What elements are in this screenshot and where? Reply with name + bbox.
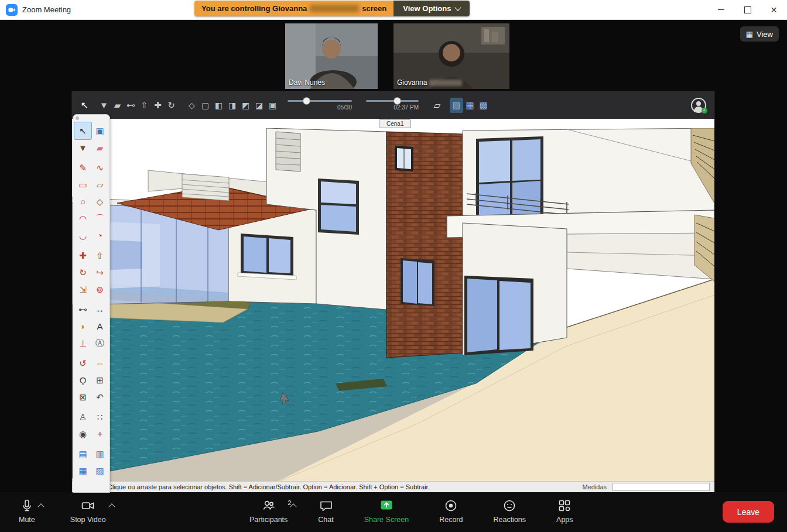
paint-bucket-icon[interactable]: ▼: [97, 98, 111, 113]
pan-tool[interactable]: ⇔: [91, 355, 108, 372]
participants-icon: [261, 498, 276, 513]
scene-tab-cena1[interactable]: Cena1: [379, 119, 411, 128]
back-view-icon[interactable]: ◩: [239, 98, 252, 113]
x-ray-style-icon[interactable]: ▧: [450, 98, 463, 113]
zoom-logo-icon: [6, 4, 18, 16]
maximize-button[interactable]: [734, 0, 761, 19]
large-tool-set-palette: ↖▣▼▰✎∿▭▱○◇◠⌒◡◔✚⇧↻↪⇲⊚⊷↔◗A⊥Ⓐ↺⇔Ϙ⊞⊠↶♙∷◉＋▤▥▦▨: [73, 114, 110, 493]
move-tool[interactable]: ✚: [74, 247, 91, 264]
display-section-cuts-tool[interactable]: ▦: [74, 462, 91, 479]
record-label: Record: [439, 516, 463, 524]
meeting-stage: Davi Nunes Giovanna ▦ View ↖ ▼▰⊷⇧✚↻ ◇▢◧◨…: [0, 19, 787, 492]
shared-screen-sketchup: ↖ ▼▰⊷⇧✚↻ ◇▢◧◨◩◪▣ 05/30 02:37 PM ▱ ▧▦▩ ✓ …: [72, 91, 714, 492]
tape-measure-tool[interactable]: ⊷: [74, 301, 91, 318]
zoom-window-tool[interactable]: ⊞: [91, 372, 108, 389]
section-plane-tool[interactable]: ▤: [74, 445, 91, 462]
display-section-planes-tool[interactable]: ▥: [91, 445, 108, 462]
make-component-tool[interactable]: ▣: [91, 122, 108, 139]
select-tool[interactable]: ↖: [74, 122, 91, 139]
zoom-tool[interactable]: Ϙ: [74, 372, 91, 389]
push-pull-tool[interactable]: ⇧: [91, 247, 108, 264]
dimension-tool[interactable]: ↔: [91, 301, 108, 318]
move-icon[interactable]: ✚: [151, 98, 165, 113]
mute-options-chevron[interactable]: [37, 503, 44, 510]
previous-view-tool[interactable]: ↶: [91, 389, 108, 406]
top-view-icon[interactable]: ▢: [199, 98, 212, 113]
view-options-label: View Options: [403, 4, 451, 13]
view-layout-button[interactable]: ▦ View: [740, 26, 779, 42]
threed-text-tool[interactable]: Ⓐ: [91, 335, 108, 352]
three-point-arc-tool[interactable]: ◡: [74, 227, 91, 244]
record-button[interactable]: Record: [434, 497, 467, 525]
chat-button[interactable]: Chat: [313, 497, 338, 525]
apps-label: Apps: [556, 516, 573, 524]
zoom-extents-tool[interactable]: ⊠: [74, 389, 91, 406]
arc-tool[interactable]: ◠: [74, 210, 91, 227]
look-around-tool[interactable]: ◉: [74, 425, 91, 442]
pie-tool[interactable]: ◔: [91, 227, 108, 244]
push-pull-icon[interactable]: ⇧: [138, 98, 151, 113]
right-view-icon[interactable]: ◨: [225, 98, 239, 113]
offset-tool[interactable]: ⊚: [91, 281, 108, 298]
paint-bucket-tool[interactable]: ▼: [74, 139, 91, 156]
walk-tool[interactable]: ∷: [91, 409, 108, 425]
left-view-icon[interactable]: ◪: [252, 98, 266, 113]
window-controls: ✕: [708, 0, 787, 19]
shadow-date-slider[interactable]: 05/30: [288, 100, 352, 111]
measurements-input[interactable]: [613, 483, 710, 491]
close-button[interactable]: ✕: [761, 0, 787, 19]
participant-name-text: Giovanna: [397, 78, 427, 87]
sketchup-style-icons: ▧▦▩: [450, 98, 490, 113]
share-screen-icon: [379, 498, 394, 513]
freehand-tool[interactable]: ∿: [91, 159, 108, 176]
minimize-button[interactable]: [708, 0, 734, 19]
rotate-icon[interactable]: ↻: [165, 98, 178, 113]
rectangle-tool[interactable]: ▭: [74, 176, 91, 193]
shadow-time-slider[interactable]: 02:37 PM: [366, 100, 419, 111]
mute-button[interactable]: Mute: [14, 497, 40, 525]
scale-tool[interactable]: ⇲: [74, 281, 91, 298]
orbit-tool[interactable]: ↺: [74, 355, 91, 372]
tape-measure-icon[interactable]: ⊷: [124, 98, 138, 113]
palette-drag-handle[interactable]: [73, 116, 110, 122]
leave-button[interactable]: Leave: [723, 501, 774, 523]
iso-view-icon[interactable]: ◇: [185, 98, 199, 113]
view-options-button[interactable]: View Options: [394, 1, 470, 16]
eraser-tool[interactable]: ▰: [91, 139, 108, 156]
participants-options-chevron[interactable]: [290, 503, 297, 510]
apps-button[interactable]: Apps: [552, 497, 578, 525]
eraser-icon[interactable]: ▰: [111, 98, 124, 113]
banner-text-prefix: You are controlling Giovanna: [201, 4, 307, 13]
textured-style-icon[interactable]: ▩: [477, 98, 490, 113]
shaded-style-icon[interactable]: ▦: [463, 98, 477, 113]
rotated-rectangle-tool[interactable]: ▱: [91, 176, 108, 193]
text-tool[interactable]: A: [91, 318, 108, 335]
video-thumbnail-giovanna[interactable]: Giovanna: [394, 23, 509, 89]
position-camera-tool[interactable]: ♙: [74, 409, 91, 425]
front-view-icon[interactable]: ◧: [212, 98, 225, 113]
microphone-icon: [19, 498, 35, 513]
video-thumbnail-davi[interactable]: Davi Nunes: [285, 23, 378, 89]
video-options-chevron[interactable]: [108, 503, 115, 510]
display-section-fill-tool[interactable]: ▨: [91, 462, 108, 479]
participants-button[interactable]: 2 Participants: [245, 497, 292, 525]
rotate-tool[interactable]: ↻: [74, 264, 91, 281]
protractor-tool[interactable]: ◗: [74, 318, 91, 335]
two-point-arc-tool[interactable]: ⌒: [91, 210, 108, 227]
axes-tool[interactable]: ⊥: [74, 335, 91, 352]
bottom-view-icon[interactable]: ▣: [266, 98, 279, 113]
circle-tool[interactable]: ○: [74, 193, 91, 210]
follow-me-tool[interactable]: ↪: [91, 264, 108, 281]
select-tool[interactable]: ↖: [78, 98, 91, 113]
sketchup-viewport[interactable]: [72, 128, 714, 482]
line-tool[interactable]: ✎: [74, 159, 91, 176]
eraser-icon[interactable]: ▱: [430, 98, 444, 113]
chevron-down-icon: [455, 4, 461, 11]
account-avatar-icon[interactable]: ✓: [691, 98, 706, 113]
polygon-tool[interactable]: ◇: [91, 193, 108, 210]
turn-tool[interactable]: ＋: [91, 425, 108, 442]
share-screen-button[interactable]: Share Screen: [360, 497, 413, 525]
reactions-button[interactable]: Reactions: [488, 497, 531, 525]
house-model-canvas[interactable]: [72, 128, 714, 482]
stop-video-button[interactable]: Stop Video: [66, 497, 111, 525]
